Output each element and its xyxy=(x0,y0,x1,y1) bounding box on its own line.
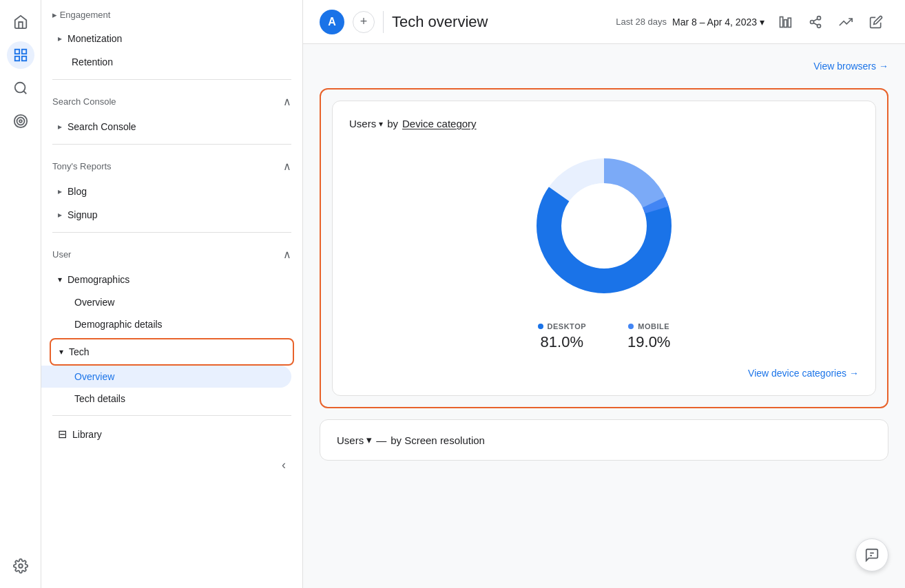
mobile-legend-item: MOBILE 19.0% xyxy=(627,322,670,351)
blog-item[interactable]: ▸ Blog xyxy=(41,180,291,203)
svg-rect-1 xyxy=(21,50,25,54)
desktop-legend-label: DESKTOP xyxy=(538,322,586,330)
search-console-chevron: ∧ xyxy=(283,95,291,108)
topbar: A + Tech overview Last 28 days Mar 8 – A… xyxy=(303,0,905,44)
chart-legend: DESKTOP 81.0% MOBILE 19.0% xyxy=(349,322,859,351)
screen-resolution-title-row: Users ▾ — by Screen resolution xyxy=(337,434,871,446)
tonys-reports-section-label: Tony's Reports xyxy=(52,161,112,171)
date-range-selector[interactable]: Last 28 days Mar 8 – Apr 4, 2023 ▾ xyxy=(616,17,764,28)
signup-arrow: ▸ xyxy=(58,210,62,220)
demographics-arrow: ▾ xyxy=(58,275,62,284)
svg-point-4 xyxy=(14,83,25,93)
date-chevron-icon: ▾ xyxy=(760,17,764,28)
svg-point-15 xyxy=(818,24,821,28)
chart-type-icon[interactable] xyxy=(773,10,798,34)
engagement-section-header[interactable]: ▸ Engagement xyxy=(41,0,302,27)
svg-point-7 xyxy=(17,118,24,125)
engagement-label: ▸ Engagement xyxy=(52,10,110,20)
view-browsers-arrow-icon: → xyxy=(879,61,888,72)
divider-1 xyxy=(52,79,291,80)
view-device-arrow-icon: → xyxy=(849,368,859,379)
by-label: by xyxy=(387,118,398,129)
search-console-section-label: Search Console xyxy=(52,96,116,107)
divider-3 xyxy=(52,232,291,233)
edit-icon[interactable] xyxy=(864,10,888,34)
search-magnify-icon[interactable] xyxy=(7,74,34,102)
screen-users-chevron-icon: ▾ xyxy=(366,434,372,446)
home-icon[interactable] xyxy=(7,8,34,36)
user-section-label: User xyxy=(52,249,71,260)
page-title: Tech overview xyxy=(392,13,607,31)
search-console-item[interactable]: ▸ Search Console xyxy=(41,115,291,138)
screen-users-dropdown[interactable]: Users ▾ xyxy=(337,434,372,446)
date-range[interactable]: Mar 8 – Apr 4, 2023 ▾ xyxy=(672,17,764,28)
target-icon[interactable] xyxy=(7,107,34,135)
tech-item-highlighted[interactable]: ▾ Tech xyxy=(50,338,294,366)
user-section-chevron: ∧ xyxy=(283,248,291,261)
view-device-categories-link[interactable]: View device categories → xyxy=(748,368,859,379)
divider-2 xyxy=(52,144,291,145)
device-category-card: Users ▾ by Device category xyxy=(320,88,888,408)
screen-resolution-card: Users ▾ — by Screen resolution xyxy=(320,419,888,461)
donut-svg xyxy=(528,150,680,302)
screen-by-label: — xyxy=(376,434,386,446)
users-chevron-icon: ▾ xyxy=(379,119,383,129)
topbar-divider xyxy=(383,11,384,33)
add-comparison-button[interactable]: + xyxy=(353,11,375,33)
settings-icon[interactable] xyxy=(7,552,34,580)
svg-point-9 xyxy=(19,564,23,568)
demographics-overview-sub-item[interactable]: Overview xyxy=(41,291,291,313)
svg-line-16 xyxy=(813,23,818,25)
date-prefix: Last 28 days xyxy=(616,17,667,27)
view-browsers-link[interactable]: View browsers → xyxy=(813,61,888,72)
content-area: View browsers → Users ▾ by Device catego… xyxy=(303,44,905,588)
signup-item[interactable]: ▸ Signup xyxy=(41,203,291,227)
library-icon: ⊟ xyxy=(58,428,67,441)
search-console-arrow: ▸ xyxy=(58,122,62,132)
main-area: A + Tech overview Last 28 days Mar 8 – A… xyxy=(303,0,905,588)
tech-details-sub-item[interactable]: Tech details xyxy=(41,388,291,410)
desktop-value: 81.0% xyxy=(541,333,583,351)
icon-rail xyxy=(0,0,41,588)
library-item[interactable]: ⊟ Library xyxy=(41,421,291,447)
search-console-section-header[interactable]: Search Console ∧ xyxy=(41,85,302,115)
retention-item[interactable]: Retention xyxy=(41,50,291,74)
screen-resolution-label: by Screen resolution xyxy=(391,434,485,446)
device-category-label: Device category xyxy=(402,118,477,129)
svg-rect-2 xyxy=(21,56,25,61)
tech-arrow: ▾ xyxy=(59,347,63,357)
demographic-details-sub-item[interactable]: Demographic details xyxy=(41,313,291,335)
chat-fab-button[interactable] xyxy=(855,538,888,571)
desktop-dot xyxy=(538,324,543,329)
svg-line-17 xyxy=(813,19,818,21)
mobile-legend-label: MOBILE xyxy=(628,322,669,330)
device-category-inner-card: Users ▾ by Device category xyxy=(332,101,876,396)
tonys-reports-section-header[interactable]: Tony's Reports ∧ xyxy=(41,150,302,180)
svg-point-8 xyxy=(19,120,22,123)
svg-rect-0 xyxy=(14,50,19,54)
collapse-sidebar-button[interactable]: ‹ xyxy=(282,458,286,472)
tech-overview-sub-item[interactable]: Overview xyxy=(41,366,291,388)
user-section-header[interactable]: User ∧ xyxy=(41,238,302,268)
tonys-reports-chevron: ∧ xyxy=(283,160,291,173)
share-icon[interactable] xyxy=(803,10,828,34)
monetization-item[interactable]: ▸ Monetization xyxy=(41,27,291,50)
svg-rect-11 xyxy=(784,19,787,27)
divider-4 xyxy=(52,415,291,416)
mobile-value: 19.0% xyxy=(627,333,670,351)
card-title-row: Users ▾ by Device category xyxy=(349,118,859,129)
avatar[interactable]: A xyxy=(320,10,344,34)
trending-icon[interactable] xyxy=(833,10,858,34)
analytics-icon[interactable] xyxy=(7,41,34,69)
sidebar-collapse-row: ‹ xyxy=(41,447,302,472)
svg-point-13 xyxy=(818,16,821,19)
svg-rect-12 xyxy=(788,18,791,27)
users-dropdown[interactable]: Users ▾ xyxy=(349,118,383,129)
monetization-arrow: ▸ xyxy=(58,34,62,43)
svg-rect-10 xyxy=(780,17,783,27)
demographics-item[interactable]: ▾ Demographics xyxy=(41,268,291,291)
sidebar: ▸ Engagement ▸ Monetization Retention Se… xyxy=(41,0,303,588)
tech-item[interactable]: ▾ Tech xyxy=(56,344,287,360)
view-device-categories-row: View device categories → xyxy=(349,368,859,379)
donut-chart xyxy=(528,150,680,302)
